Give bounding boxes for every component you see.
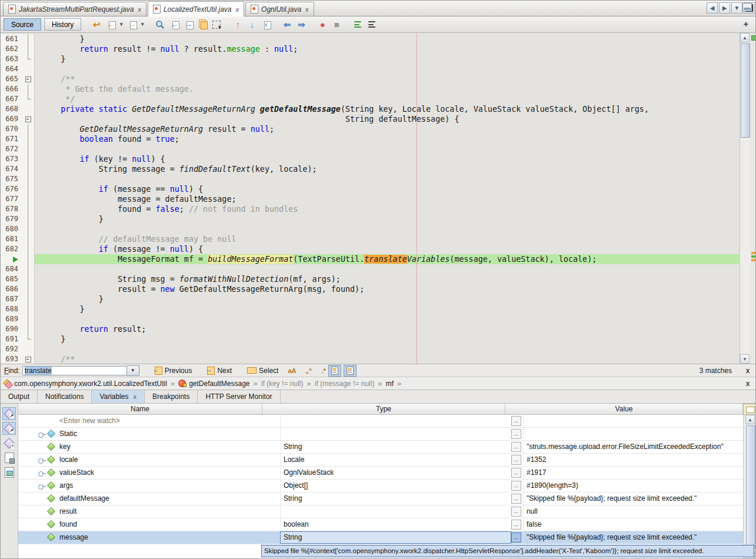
fold-margin[interactable]: [22, 64, 35, 74]
back-history-dropdown[interactable]: ▾: [118, 18, 125, 31]
editor-scrollbar-thumb[interactable]: [741, 44, 750, 138]
fold-margin[interactable]: [22, 264, 35, 274]
edit-type-button[interactable]: ...: [511, 468, 521, 478]
search-match-mark[interactable]: [751, 252, 755, 254]
line-number[interactable]: 688: [1, 304, 22, 314]
find-input[interactable]: translate: [22, 366, 127, 375]
line-number[interactable]: 675: [1, 174, 22, 184]
fold-margin[interactable]: [22, 144, 35, 154]
edit-type-button[interactable]: ...: [511, 416, 521, 426]
fold-margin[interactable]: [22, 234, 35, 244]
search-match-mark[interactable]: [751, 259, 755, 261]
line-number[interactable]: 693: [1, 354, 22, 364]
scroll-up-icon[interactable]: ▲: [740, 33, 750, 42]
column-header-type[interactable]: Type: [262, 404, 505, 414]
close-tab-icon[interactable]: x: [138, 6, 141, 13]
line-number[interactable]: 692: [1, 344, 22, 354]
macro-record-icon[interactable]: ●: [315, 18, 329, 31]
line-number[interactable]: 674: [1, 164, 22, 174]
rectangular-selection-icon[interactable]: ▸: [209, 18, 224, 31]
fold-margin[interactable]: [22, 134, 35, 144]
line-number[interactable]: 667: [1, 94, 22, 104]
find-select-button[interactable]: Select: [247, 367, 278, 375]
variable-row-valuestack[interactable]: valueStackOgnlValueStack...#1917...: [18, 467, 743, 480]
panel-tab-variables[interactable]: Variablesx: [92, 390, 145, 403]
edit-type-button[interactable]: ...: [511, 455, 521, 465]
breadcrumb-item-0[interactable]: com.opensymphony.xwork2.util.LocalizedTe…: [4, 380, 167, 388]
panel-tab-output[interactable]: Output: [1, 390, 38, 403]
expander-icon[interactable]: [38, 458, 44, 464]
panel-tab-notifications[interactable]: Notifications: [38, 390, 92, 403]
toggle-mark-occurrences-icon[interactable]: ‹: [259, 18, 273, 31]
editor-scrollbar[interactable]: ▲ ▼: [740, 33, 750, 364]
edit-type-button[interactable]: ...: [511, 494, 521, 504]
variable-row-static[interactable]: Static......: [18, 428, 743, 441]
panel-tab-breakpoints[interactable]: Breakpoints: [145, 390, 198, 403]
line-number[interactable]: 682: [1, 244, 22, 254]
tab-scroll-right-button[interactable]: ▶: [719, 2, 730, 14]
variables-scrollbar[interactable]: ▲ ▼: [743, 415, 756, 559]
fold-margin[interactable]: [22, 284, 35, 294]
edit-type-button[interactable]: ...: [511, 481, 521, 491]
breadcrumb-item-3[interactable]: if (message != null): [315, 380, 375, 388]
fold-margin[interactable]: [22, 204, 35, 214]
close-breadcrumb-icon[interactable]: x: [744, 380, 752, 388]
fold-margin[interactable]: [22, 304, 35, 314]
line-number[interactable]: 663: [1, 54, 22, 64]
current-line-mark[interactable]: [751, 255, 755, 258]
line-number[interactable]: 662: [1, 44, 22, 54]
fold-margin[interactable]: [22, 354, 35, 364]
variable-row-args[interactable]: argsObject[]...#1890(length=3)...: [18, 480, 743, 493]
fold-margin[interactable]: [22, 344, 35, 354]
variable-row-message[interactable]: messageString..."Skipped file %{payload}…: [18, 531, 743, 544]
fold-margin[interactable]: [22, 334, 35, 344]
forward-history-dropdown[interactable]: ▾: [139, 18, 146, 31]
regexp-icon[interactable]: .*: [322, 367, 326, 374]
line-number[interactable]: 672: [1, 144, 22, 154]
line-number[interactable]: 669: [1, 114, 22, 124]
expander-icon[interactable]: [38, 432, 44, 438]
line-number[interactable]: 691: [1, 334, 22, 344]
variable-row-defaultmessage[interactable]: defaultMessageString..."Skipped file %{p…: [18, 493, 743, 505]
show-watches-icon[interactable]: ↗: [2, 407, 16, 420]
line-number[interactable]: 684: [1, 264, 22, 274]
fold-margin[interactable]: [22, 74, 35, 84]
variable-row-locale[interactable]: localeLocale...#1352...: [18, 454, 743, 467]
line-number[interactable]: 666: [1, 84, 22, 94]
breadcrumb-item-2[interactable]: if (key != null): [261, 380, 304, 388]
editor-tab-ognlutil-java[interactable]: OgnlUtil.javax: [245, 2, 314, 16]
fold-margin[interactable]: [22, 114, 35, 124]
breadcrumb-item-4[interactable]: mf: [386, 380, 394, 388]
back-icon[interactable]: ←: [104, 18, 118, 31]
close-tab-icon[interactable]: x: [134, 393, 137, 400]
uncomment-icon[interactable]: [365, 18, 379, 31]
fold-margin[interactable]: [22, 254, 35, 264]
wrap-around-icon[interactable]: [344, 365, 357, 377]
line-number[interactable]: 678: [1, 204, 22, 214]
fold-margin[interactable]: [22, 214, 35, 224]
table-customize-button[interactable]: [743, 404, 756, 415]
error-stripe[interactable]: [750, 33, 756, 364]
close-tab-icon[interactable]: x: [305, 6, 309, 13]
line-number[interactable]: 664: [1, 64, 22, 74]
find-previous-icon[interactable]: ←: [167, 18, 181, 31]
forward-icon[interactable]: →: [125, 18, 139, 31]
fold-margin[interactable]: [22, 184, 35, 194]
shift-line-right-icon[interactable]: ⇒: [294, 18, 308, 31]
fold-margin[interactable]: [22, 54, 35, 64]
line-number[interactable]: 689: [1, 314, 22, 324]
minimize-panel-button[interactable]: [742, 3, 752, 11]
fold-margin[interactable]: [22, 124, 35, 134]
fold-margin[interactable]: [22, 294, 35, 304]
line-number[interactable]: 661: [1, 34, 22, 44]
line-number[interactable]: 676: [1, 184, 22, 194]
match-case-icon[interactable]: aA: [288, 367, 296, 374]
macro-stop-icon[interactable]: ■: [329, 18, 344, 31]
fold-margin[interactable]: [22, 244, 35, 254]
scroll-down-icon[interactable]: ▼: [740, 354, 750, 364]
jump-last-edit-icon[interactable]: ↩: [89, 18, 104, 31]
fold-margin[interactable]: [22, 84, 35, 94]
column-header-value[interactable]: Value: [505, 404, 743, 414]
expander-icon[interactable]: [38, 471, 44, 477]
tab-scroll-left-button[interactable]: ◀: [707, 2, 718, 14]
